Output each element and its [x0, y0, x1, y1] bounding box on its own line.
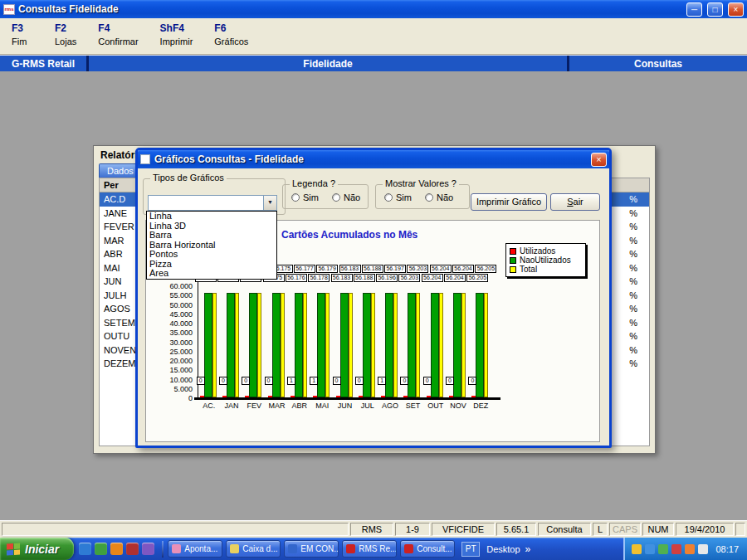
x-axis-label: SET	[400, 402, 425, 410]
y-axis-tick-label: 50.000	[146, 301, 193, 309]
fkey-f4-confirmar[interactable]: F4 Confirmar	[98, 22, 138, 54]
dropdown-option-barra-horizontal[interactable]: Barra Horizontal	[147, 241, 276, 251]
quick-launch-icon-2[interactable]	[95, 543, 107, 555]
restore-button[interactable]: □	[707, 2, 723, 17]
values-sim-radio[interactable]: Sim	[384, 192, 412, 202]
value-label-naoutilizados: 56.176	[286, 274, 307, 282]
chevron-right-icon[interactable]: »	[525, 543, 531, 555]
value-label-utilizados: 0	[242, 377, 250, 385]
x-axis-label: FEV	[242, 402, 266, 410]
task-label: Aponta...	[184, 544, 217, 553]
task-button-3[interactable]: EM CON...	[284, 540, 339, 558]
task-label: EM CON...	[300, 544, 339, 553]
fkey-key: ShF4	[160, 22, 193, 34]
tray-icon-6[interactable]	[698, 544, 708, 554]
dropdown-option-pizza[interactable]: Pizza	[147, 260, 276, 270]
chart-type-combobox[interactable]: ▼	[148, 195, 277, 211]
tray-icon-3[interactable]	[658, 544, 668, 554]
value-label-naoutilizados: 56.188	[354, 274, 375, 282]
language-indicator[interactable]: PT	[461, 542, 480, 557]
legend-label: Utilizados	[520, 246, 555, 256]
task-button-1[interactable]: Aponta...	[168, 540, 222, 558]
quick-launch-icon-1[interactable]	[79, 543, 91, 555]
x-axis-label: DEZ	[468, 402, 493, 410]
dropdown-option-linha3d[interactable]: Linha 3D	[147, 222, 276, 231]
bar-naoutilizados	[453, 293, 461, 397]
status-end-spacer	[735, 523, 745, 536]
value-label-total: 56.183	[339, 265, 361, 273]
status-program: VFICFIDE	[432, 523, 495, 536]
legend-sim-radio[interactable]: Sim	[291, 192, 319, 202]
value-label-total: 56.197	[384, 265, 406, 273]
print-chart-button[interactable]: Imprimir Gráfico	[471, 193, 547, 211]
dropdown-option-barra[interactable]: Barra	[147, 231, 276, 241]
row-label: FEVER	[104, 222, 134, 231]
status-system: RMS	[350, 523, 393, 536]
value-label-naoutilizados: 56.204	[444, 274, 466, 282]
bar-total	[349, 293, 353, 397]
value-label-utilizados: 1	[378, 377, 386, 385]
tray-icon-4[interactable]	[671, 544, 681, 554]
start-button[interactable]: Iniciar	[0, 538, 74, 560]
app-header-section: Consultas	[569, 58, 747, 70]
status-version: 5.65.1	[496, 523, 536, 536]
quick-launch-icon-4[interactable]	[126, 543, 139, 555]
task-button-4[interactable]: RMS Re...	[342, 540, 397, 558]
fkey-key: F3	[12, 22, 33, 34]
legend-item: Utilizados	[510, 246, 582, 256]
bar-total	[212, 293, 217, 397]
combobox-value	[149, 196, 263, 210]
exit-button[interactable]: Sair	[550, 193, 600, 211]
graficos-dialog: Gráficos Consultas - Fidelidade × Tipos …	[135, 148, 612, 448]
radio-label: Sim	[396, 192, 412, 202]
fkey-f6-graficos[interactable]: F6 Gráficos	[214, 22, 248, 54]
task-button-2[interactable]: Caixa d...	[226, 540, 281, 558]
row-percent: %	[629, 331, 645, 341]
chart-type-group-label: Tipos de Gráficos	[150, 173, 227, 183]
legend-label: Total	[520, 265, 537, 274]
radio-icon	[291, 193, 300, 202]
values-nao-radio[interactable]: Não	[425, 192, 453, 202]
task-button-5[interactable]: Consult...	[400, 540, 455, 558]
dropdown-option-area[interactable]: Área	[147, 269, 276, 279]
desktop-toolbar[interactable]: Desktop »	[486, 543, 530, 555]
system-tray: 08:17	[623, 538, 747, 560]
legend-nao-radio[interactable]: Não	[332, 192, 360, 202]
chevron-down-icon[interactable]: ▼	[263, 196, 276, 210]
y-axis-tick-label: 20.000	[146, 357, 193, 365]
taskbar-clock: 08:17	[715, 544, 739, 554]
minimize-button[interactable]: ─	[686, 2, 702, 17]
task-label: Caixa d...	[242, 544, 277, 553]
tray-icon-5[interactable]	[685, 544, 695, 554]
bar-naoutilizados	[249, 293, 257, 397]
radio-label: Não	[344, 192, 360, 202]
close-button[interactable]: ×	[728, 2, 744, 17]
quick-launch-icon-3[interactable]	[110, 543, 123, 555]
x-axis-label: MAR	[265, 402, 290, 410]
status-flag: L	[593, 523, 608, 536]
taskbar-divider	[162, 541, 164, 558]
tray-icon-2[interactable]	[645, 544, 655, 554]
dialog-close-button[interactable]: ×	[591, 153, 607, 167]
fkey-f2-lojas[interactable]: F2 Lojas	[55, 22, 76, 54]
value-label-total: 56.205	[475, 265, 496, 273]
status-record-range: 1-9	[395, 523, 430, 536]
status-bar: RMS 1-9 VFICFIDE 5.65.1 Consulta L CAPS …	[0, 520, 747, 538]
tray-icon-1[interactable]	[632, 544, 642, 554]
row-label: NOVEN	[104, 345, 136, 355]
value-label-utilizados: 1	[287, 377, 295, 385]
row-percent: %	[629, 318, 645, 328]
window-title: Consultas Fidelidade	[18, 3, 681, 15]
quick-launch-icon-5[interactable]	[142, 543, 154, 555]
app-header-product: G-RMS Retail	[0, 58, 86, 70]
fkey-shf4-imprimir[interactable]: ShF4 Imprimir	[160, 22, 193, 54]
fkey-key: F4	[98, 22, 138, 34]
dropdown-option-pontos[interactable]: Pontos	[147, 250, 276, 260]
quick-launch	[79, 543, 154, 555]
y-axis-tick-label: 45.000	[146, 310, 193, 319]
dropdown-option-linha[interactable]: Linha	[147, 212, 276, 222]
radio-label: Sim	[303, 192, 319, 202]
dialog-title: Gráficos Consultas - Fidelidade	[154, 153, 587, 165]
bar-naoutilizados	[204, 293, 212, 397]
fkey-f3-fim[interactable]: F3 Fim	[12, 22, 33, 54]
